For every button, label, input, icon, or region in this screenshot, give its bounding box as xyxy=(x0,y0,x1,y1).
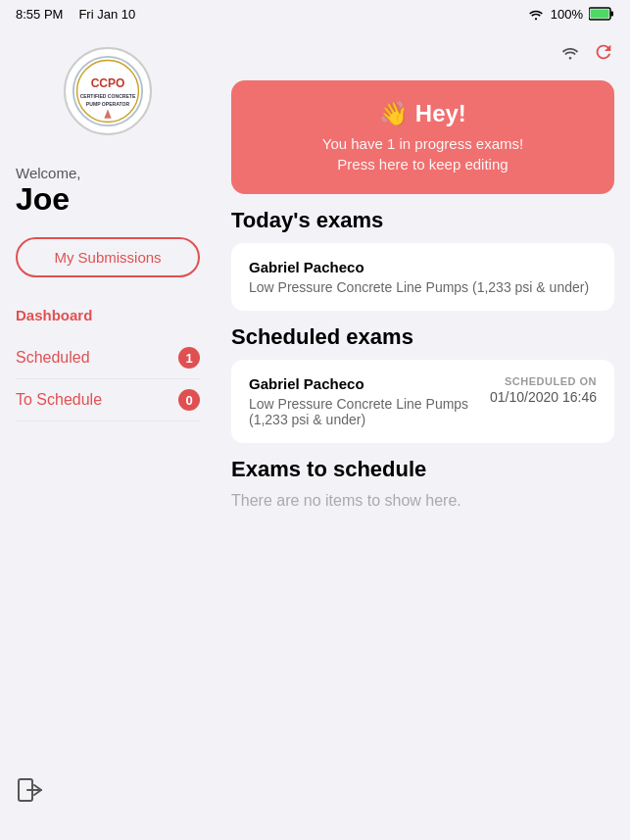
dashboard-label: Dashboard xyxy=(16,307,200,323)
sidebar-item-scheduled[interactable]: Scheduled 1 xyxy=(16,337,200,379)
todays-exams-section: Today's exams Gabriel Pacheco Low Pressu… xyxy=(231,208,614,311)
svg-text:CCPO: CCPO xyxy=(91,76,125,90)
scheduled-exams-section: Scheduled exams Gabriel Pacheco Low Pres… xyxy=(231,324,614,443)
topbar-icons xyxy=(231,41,614,63)
welcome-name: Joe xyxy=(16,181,200,218)
main-content: 👋 Hey! You have 1 in progress exams! Pre… xyxy=(216,27,630,840)
exams-to-schedule-title: Exams to schedule xyxy=(231,457,614,482)
to-schedule-label: To Schedule xyxy=(16,391,102,409)
svg-rect-2 xyxy=(591,10,609,19)
status-icons: 100% xyxy=(527,7,614,22)
todays-exam-card[interactable]: Gabriel Pacheco Low Pressure Concrete Li… xyxy=(231,243,614,311)
sidebar: CCPO CERTIFIED CONCRETE PUMP OPERATOR We… xyxy=(0,27,216,840)
todays-exam-card-left: Gabriel Pacheco Low Pressure Concrete Li… xyxy=(249,259,589,295)
sidebar-footer xyxy=(16,775,200,820)
todays-exams-title: Today's exams xyxy=(231,208,614,233)
scheduled-exam-card[interactable]: Gabriel Pacheco Low Pressure Concrete Li… xyxy=(231,360,614,443)
exams-to-schedule-section: Exams to schedule There are no items to … xyxy=(231,457,614,510)
scheduled-exam-card-right: SCHEDULED ON 01/10/2020 16:46 xyxy=(490,375,597,405)
scheduled-label: Scheduled xyxy=(16,349,90,367)
scheduled-exam-name: Gabriel Pacheco xyxy=(249,375,468,392)
svg-text:CERTIFIED CONCRETE: CERTIFIED CONCRETE xyxy=(80,93,136,99)
svg-text:PUMP OPERATOR: PUMP OPERATOR xyxy=(86,101,130,107)
wifi-icon xyxy=(527,7,545,21)
battery-icon xyxy=(589,7,614,21)
welcome-area: Welcome, Joe xyxy=(16,165,200,218)
status-bar: 8:55 PM Fri Jan 10 100% xyxy=(0,0,630,27)
logo-area: CCPO CERTIFIED CONCRETE PUMP OPERATOR xyxy=(16,47,200,135)
sidebar-item-to-schedule[interactable]: To Schedule 0 xyxy=(16,379,200,421)
svg-rect-1 xyxy=(610,12,613,17)
todays-exam-description: Low Pressure Concrete Line Pumps (1,233 … xyxy=(249,279,589,295)
hey-subtitle: You have 1 in progress exams! Press here… xyxy=(255,133,591,174)
ccpo-logo: CCPO CERTIFIED CONCRETE PUMP OPERATOR xyxy=(72,55,144,127)
scheduled-exams-title: Scheduled exams xyxy=(231,324,614,350)
refresh-icon[interactable] xyxy=(593,41,614,63)
hey-banner[interactable]: 👋 Hey! You have 1 in progress exams! Pre… xyxy=(231,80,614,194)
scheduled-on-value: 01/10/2020 16:46 xyxy=(490,389,597,405)
no-items-text: There are no items to show here. xyxy=(231,492,614,510)
logout-icon xyxy=(16,775,45,805)
todays-exam-name: Gabriel Pacheco xyxy=(249,259,589,275)
hey-title: 👋 Hey! xyxy=(255,100,591,127)
wifi-top-icon xyxy=(559,44,581,60)
scheduled-exam-card-left: Gabriel Pacheco Low Pressure Concrete Li… xyxy=(249,375,468,427)
status-time: 8:55 PM xyxy=(16,7,63,22)
scheduled-on-label: SCHEDULED ON xyxy=(490,375,597,387)
my-submissions-button[interactable]: My Submissions xyxy=(16,237,200,277)
welcome-label: Welcome, xyxy=(16,165,200,181)
app-container: CCPO CERTIFIED CONCRETE PUMP OPERATOR We… xyxy=(0,27,630,840)
logo-circle: CCPO CERTIFIED CONCRETE PUMP OPERATOR xyxy=(64,47,152,135)
scheduled-badge: 1 xyxy=(178,347,200,369)
logout-button[interactable] xyxy=(16,775,200,811)
to-schedule-badge: 0 xyxy=(178,389,200,411)
status-date: Fri Jan 10 xyxy=(78,7,135,22)
hey-emoji: 👋 xyxy=(379,100,409,126)
battery-percent: 100% xyxy=(551,7,583,22)
scheduled-exam-description: Low Pressure Concrete Line Pumps(1,233 p… xyxy=(249,396,468,427)
